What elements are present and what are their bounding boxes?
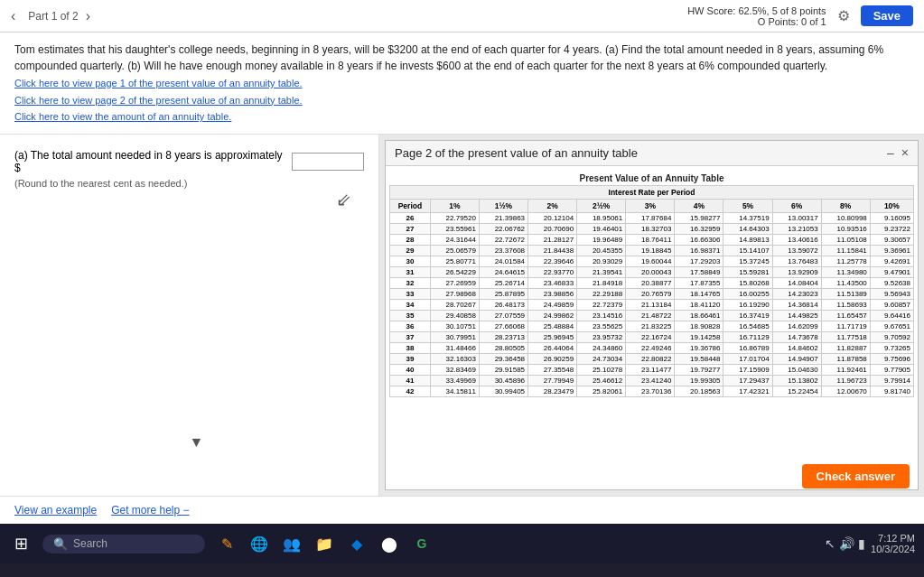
period-cell: 39: [390, 353, 431, 364]
rate-cell: 27.35548: [528, 364, 577, 375]
save-button[interactable]: Save: [861, 5, 913, 26]
rate-header-1%: 1%: [430, 199, 479, 212]
rate-cell: 9.77905: [870, 364, 913, 375]
taskbar-app-icon-g[interactable]: G: [409, 531, 434, 556]
answer-input[interactable]: [292, 153, 364, 171]
rate-cell: 13.76483: [772, 256, 821, 266]
rate-cell: 24.64615: [479, 266, 527, 277]
period-cell: 40: [390, 364, 431, 375]
taskbar-app-icon-circle[interactable]: ⬤: [377, 531, 402, 556]
rate-cell: 31.48466: [430, 342, 479, 353]
rate-cell: 18.76411: [626, 234, 675, 245]
example-link[interactable]: View an example: [14, 504, 97, 517]
annuity-table: Present Value of an Annuity Table Intere…: [389, 170, 914, 397]
table-row: 3227.2695925.2671423.4683321.8491820.388…: [390, 277, 914, 288]
forward-button[interactable]: ›: [86, 8, 90, 24]
period-cell: 36: [390, 321, 431, 331]
get-more-help-link[interactable]: Get more help −: [111, 504, 189, 517]
rate-cell: 11.65457: [821, 310, 870, 321]
rate-cell: 20.12104: [528, 212, 577, 223]
taskbar-app-icon-browser[interactable]: 🌐: [247, 531, 272, 556]
rate-cell: 17.29203: [675, 256, 723, 266]
rate-cell: 26.54229: [430, 266, 479, 277]
annuity-table-window: Page 2 of the present value of an annuit…: [385, 140, 919, 491]
rate-cell: 9.56943: [870, 288, 913, 299]
rate-cell: 13.40616: [772, 234, 821, 245]
rate-cell: 9.36961: [870, 245, 913, 256]
rate-cell: 30.45896: [479, 375, 527, 386]
link-amount[interactable]: Click here to view the amount of an annu…: [14, 109, 910, 125]
taskbar-search[interactable]: 🔍 Search: [42, 535, 205, 554]
period-cell: 35: [390, 310, 431, 321]
rate-cell: 11.71719: [821, 321, 870, 331]
window-controls: – ×: [887, 146, 909, 159]
part-a-label: (a) The total amount needed in 8 years i…: [14, 149, 288, 174]
rate-cell: 27.07559: [479, 310, 527, 321]
rate-cell: 28.70267: [430, 299, 479, 310]
link-page1[interactable]: Click here to view page 1 of the present…: [14, 76, 910, 91]
rate-cell: 16.71129: [723, 331, 772, 342]
rate-cell: 26.48173: [479, 299, 527, 310]
check-answer-button[interactable]: Check answer: [802, 464, 910, 489]
table-body: 2622.7952021.3986320.1210418.9506117.876…: [390, 212, 914, 396]
rate-cell: 12.00670: [821, 386, 870, 396]
rate-cell: 21.48722: [626, 310, 675, 321]
scroll-down-icon[interactable]: ▼: [190, 434, 204, 451]
annuity-table-wrapper[interactable]: Present Value of an Annuity Table Intere…: [386, 166, 918, 490]
rate-cell: 11.25778: [821, 256, 870, 266]
close-button[interactable]: ×: [901, 146, 909, 159]
rate-cell: 18.14765: [675, 288, 723, 299]
rate-cell: 29.91585: [479, 364, 527, 375]
rate-cell: 23.46833: [528, 277, 577, 288]
rate-cell: 23.41240: [626, 375, 675, 386]
rate-cell: 18.66461: [675, 310, 723, 321]
rate-cell: 17.58849: [675, 266, 723, 277]
rate-cell: 24.31644: [430, 234, 479, 245]
rate-cell: 15.04630: [772, 364, 821, 375]
rate-cell: 20.70690: [528, 223, 577, 234]
rate-cell: 14.37519: [723, 212, 772, 223]
rate-cell: 21.84918: [577, 277, 626, 288]
minimize-button[interactable]: –: [887, 146, 894, 159]
settings-icon[interactable]: ⚙: [837, 7, 850, 24]
rate-cell: 32.16303: [430, 353, 479, 364]
taskbar-app-icon-teams[interactable]: 👥: [279, 531, 304, 556]
rate-cell: 11.82887: [821, 342, 870, 353]
rate-cell: 28.23713: [479, 331, 527, 342]
table-row: 3630.1075127.6606825.4888423.5562521.832…: [390, 321, 914, 331]
rate-cell: 15.22454: [772, 386, 821, 396]
period-cell: 30: [390, 256, 431, 266]
rate-cell: 22.79520: [430, 212, 479, 223]
rate-cell: 22.06762: [479, 223, 527, 234]
rate-cell: 9.73265: [870, 342, 913, 353]
rate-cell: 16.98371: [675, 245, 723, 256]
rate-cell: 9.23722: [870, 223, 913, 234]
rate-cell: 11.77518: [821, 331, 870, 342]
rate-cell: 11.51389: [821, 288, 870, 299]
cursor-arrow-icon: ⇙: [336, 189, 351, 210]
start-button[interactable]: ⊞: [9, 530, 33, 557]
taskbar-app-icon-edge[interactable]: ◆: [344, 531, 369, 556]
rate-header-6%: 6%: [772, 199, 821, 212]
rate-cell: 14.08404: [772, 277, 821, 288]
rate-cell: 27.79949: [528, 375, 577, 386]
rate-cell: 13.92909: [772, 266, 821, 277]
period-cell: 37: [390, 331, 431, 342]
rate-cell: 20.18563: [675, 386, 723, 396]
rate-cell: 16.19290: [723, 299, 772, 310]
top-bar-right: HW Score: 62.5%, 5 of 8 points O Points:…: [687, 5, 913, 27]
period-cell: 29: [390, 245, 431, 256]
rate-cell: 18.90828: [675, 321, 723, 331]
link-page2[interactable]: Click here to view page 2 of the present…: [14, 93, 910, 108]
back-button[interactable]: ‹: [11, 8, 15, 24]
rate-cell: 27.26959: [430, 277, 479, 288]
rate-cell: 33.49969: [430, 375, 479, 386]
taskbar-app-icon-pen[interactable]: ✎: [214, 531, 239, 556]
scroll-arrows: ▼: [190, 434, 204, 451]
period-cell: 27: [390, 223, 431, 234]
rate-cell: 19.79277: [675, 364, 723, 375]
rate-cell: 19.60044: [626, 256, 675, 266]
taskbar-app-icon-folder[interactable]: 📁: [312, 531, 337, 556]
time-display: 7:12 PM: [871, 533, 915, 544]
rate-cell: 9.52638: [870, 277, 913, 288]
